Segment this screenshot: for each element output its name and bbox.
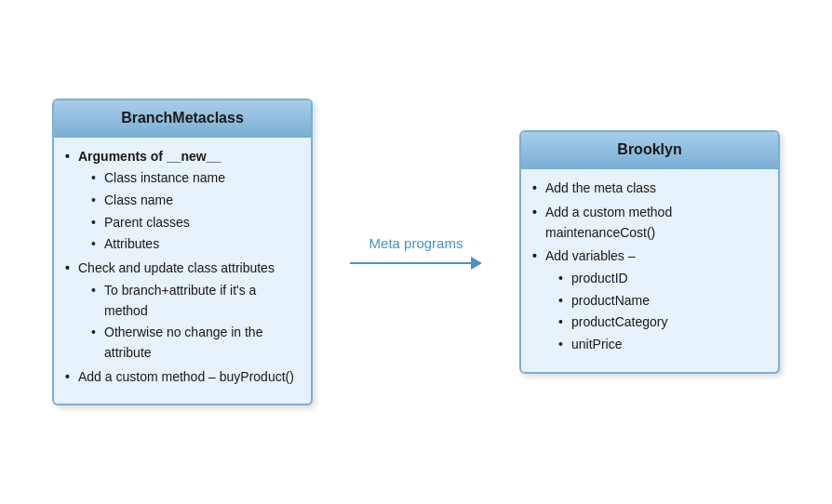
list-item: productID — [558, 269, 767, 289]
left-box-body: Arguments of __new__ Class instance name… — [54, 138, 311, 405]
list-item: Class name — [91, 191, 300, 211]
list-item: Class instance name — [91, 168, 300, 189]
list-item: Add the meta class — [532, 179, 767, 199]
arrow-head — [471, 257, 482, 270]
left-uml-box: BranchMetaclass Arguments of __new__ Cla… — [52, 99, 313, 406]
list-item: unitPrice — [558, 335, 767, 355]
left-box-title: BranchMetaclass — [54, 100, 311, 138]
right-box-title: Brooklyn — [521, 132, 778, 169]
list-item: Attributes — [91, 234, 300, 255]
list-item: Add variables – productID productName pr… — [532, 246, 767, 354]
list-item: To branch+attribute if it's a method — [91, 281, 300, 321]
list-item: Otherwise no change in the attribute — [91, 323, 300, 363]
arrow-shaft — [350, 262, 471, 264]
arguments-label: Arguments of __new__ — [78, 149, 221, 164]
arrow-area: Meta programs — [350, 235, 482, 270]
arrow-label: Meta programs — [369, 235, 463, 251]
diagram-container: BranchMetaclass Arguments of __new__ Cla… — [16, 99, 816, 406]
list-item: Arguments of __new__ Class instance name… — [65, 147, 300, 255]
arrow-line — [350, 257, 482, 270]
list-item: productCategory — [558, 312, 767, 333]
list-item: Parent classes — [91, 213, 300, 233]
right-box-body: Add the meta class Add a custom method m… — [521, 169, 778, 372]
list-item: Add a custom method – buyProduct() — [65, 367, 300, 388]
list-item: Add a custom method maintenanceCost() — [532, 203, 767, 243]
right-uml-box: Brooklyn Add the meta class Add a custom… — [519, 130, 780, 374]
list-item: productName — [558, 291, 767, 312]
list-item: Check and update class attributes To bra… — [65, 259, 300, 363]
